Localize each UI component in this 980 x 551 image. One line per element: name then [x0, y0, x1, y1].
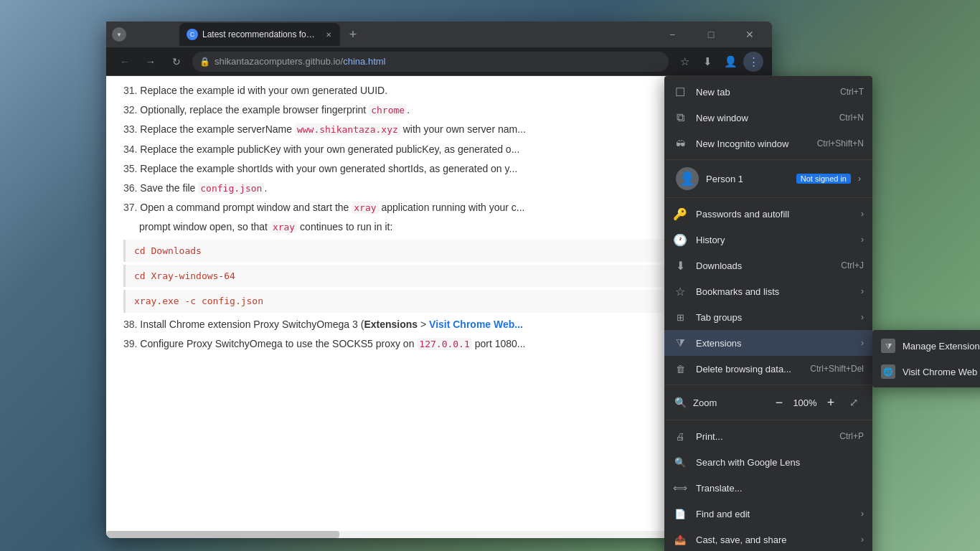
downloads-shortcut: Ctrl+J: [841, 260, 864, 270]
url-text: shikantazacomputers.github.io/china.html: [215, 56, 661, 67]
toolbar-icons: ☆ ⬇ 👤 ⋮: [674, 52, 763, 72]
bookmark-icon[interactable]: ☆: [674, 52, 694, 72]
menu-item-person[interactable]: 👤 Person 1 Not signed in ›: [667, 163, 870, 194]
menu-item-translate[interactable]: ⟺ Translate...: [664, 475, 872, 501]
active-tab[interactable]: C Latest recommendations for Ch ✕: [179, 23, 340, 46]
tab-close-button[interactable]: ✕: [323, 29, 334, 40]
downloads-icon: ⬇: [673, 259, 687, 273]
person-status: Not signed in: [796, 174, 851, 184]
menu-item-delete-browsing[interactable]: 🗑 Delete browsing data... Ctrl+Shift+Del: [664, 356, 872, 382]
menu-item-incognito-label: New Incognito window: [696, 138, 809, 149]
item-38: 38. Install Chrome extension Proxy Switc…: [123, 316, 755, 334]
maximize-button[interactable]: □: [694, 22, 727, 47]
print-icon: 🖨: [673, 431, 687, 442]
menu-item-print[interactable]: 🖨 Print... Ctrl+P: [664, 423, 872, 449]
menu-item-downloads[interactable]: ⬇ Downloads Ctrl+J: [664, 253, 872, 278]
item-36: 36. Save the file config.json.: [123, 179, 755, 197]
menu-item-tab-groups[interactable]: ⊞ Tab groups ›: [664, 304, 872, 330]
delete-shortcut: Ctrl+Shift+Del: [810, 364, 864, 374]
menu-item-history[interactable]: 🕐 History ›: [664, 227, 872, 253]
item-39: 39. Configure Proxy SwitchyOmega to use …: [123, 335, 755, 353]
menu-item-tab-groups-label: Tab groups: [696, 312, 849, 323]
extensions-icon: ⧩: [673, 336, 687, 349]
profile-icon[interactable]: 👤: [720, 52, 740, 72]
download-icon[interactable]: ⬇: [697, 52, 717, 72]
new-window-icon: ⧉: [673, 111, 687, 124]
window-controls: − □ ✕: [656, 22, 766, 47]
menu-item-lens-label: Search with Google Lens: [696, 457, 864, 468]
zoom-label: Zoom: [693, 397, 766, 408]
menu-item-find-edit[interactable]: 📄 Find and edit ›: [664, 501, 872, 527]
item-34: 34. Replace the example publicKey with y…: [123, 141, 755, 159]
menu-item-extensions[interactable]: ⧩ Extensions › ⧩ Manage Extensions 🌐 Vis…: [664, 330, 872, 356]
bookmarks-icon: ☆: [673, 285, 687, 298]
zoom-expand-button[interactable]: ⤢: [844, 392, 864, 413]
ext-item-manage[interactable]: ⧩ Manage Extensions: [872, 333, 980, 359]
menu-item-extensions-label: Extensions: [696, 338, 849, 349]
menu-item-bookmarks[interactable]: ☆ Bookmarks and lists ›: [664, 278, 872, 304]
extensions-arrow-icon: ›: [861, 338, 864, 348]
outer-title-bar: ▼: [106, 22, 171, 47]
item-33: 33. Replace the example serverName www.s…: [123, 121, 755, 138]
menu-item-passwords-label: Passwords and autofill: [696, 209, 849, 220]
minimize-button[interactable]: −: [656, 22, 689, 47]
cmd-2: cd Xray-windows-64: [123, 265, 755, 287]
chrome-menu: ☐ New tab Ctrl+T ⧉ New window Ctrl+N 🕶 N…: [664, 76, 872, 551]
ext-item-store-label: Visit Chrome Web Store: [903, 367, 980, 377]
forward-button[interactable]: →: [141, 52, 161, 72]
person-avatar: 👤: [676, 167, 699, 190]
menu-icon[interactable]: ⋮: [743, 52, 763, 72]
zoom-value: 100%: [792, 397, 818, 408]
menu-item-passwords[interactable]: 🔑 Passwords and autofill ›: [664, 201, 872, 227]
incognito-shortcut: Ctrl+Shift+N: [817, 138, 864, 149]
menu-item-incognito[interactable]: 🕶 New Incognito window Ctrl+Shift+N: [664, 131, 872, 156]
item-35: 35. Replace the example shortIds with yo…: [123, 160, 755, 178]
menu-item-cast-label: Cast, save, and share: [696, 534, 849, 545]
menu-item-search-lens[interactable]: 🔍 Search with Google Lens: [664, 449, 872, 475]
item-31: 31. Replace the example id with your own…: [123, 82, 755, 100]
tab-bar: C Latest recommendations for Ch ✕ +: [112, 22, 653, 47]
menu-item-history-label: History: [696, 235, 849, 245]
tab-history-back[interactable]: ▼: [112, 27, 126, 42]
bookmarks-arrow-icon: ›: [861, 286, 864, 296]
menu-divider-1: [664, 159, 872, 160]
new-tab-button[interactable]: +: [343, 24, 363, 44]
new-tab-icon: ☐: [673, 85, 687, 99]
menu-item-new-tab[interactable]: ☐ New tab Ctrl+T: [664, 79, 872, 105]
zoom-row: 🔍 Zoom − 100% + ⤢: [664, 388, 872, 417]
url-bar[interactable]: 🔒 shikantazacomputers.github.io/china.ht…: [192, 52, 669, 72]
ext-item-store[interactable]: 🌐 Visit Chrome Web Store: [872, 359, 980, 385]
tab-favicon: C: [187, 29, 198, 40]
lock-icon: 🔒: [199, 57, 210, 67]
extensions-submenu: ⧩ Manage Extensions 🌐 Visit Chrome Web S…: [872, 330, 980, 387]
person-arrow-icon: ›: [858, 174, 861, 184]
close-button[interactable]: ✕: [733, 22, 766, 47]
reload-button[interactable]: ↻: [166, 52, 187, 72]
ext-item-manage-label: Manage Extensions: [903, 341, 980, 352]
back-button[interactable]: ←: [115, 52, 135, 72]
lens-icon: 🔍: [673, 457, 687, 468]
zoom-icon: 🔍: [673, 397, 687, 408]
menu-item-new-window-label: New window: [696, 113, 831, 123]
item-37-line1: 37. Open a command prompt window and sta…: [123, 199, 755, 217]
history-arrow-icon: ›: [861, 235, 864, 245]
cmd-3: xray.exe -c config.json: [123, 290, 755, 312]
zoom-out-button[interactable]: −: [769, 392, 789, 413]
incognito-icon: 🕶: [673, 138, 687, 149]
menu-item-new-window[interactable]: ⧉ New window Ctrl+N: [664, 105, 872, 131]
menu-item-find-label: Find and edit: [696, 509, 849, 519]
find-arrow-icon: ›: [861, 509, 864, 519]
zoom-in-button[interactable]: +: [821, 392, 841, 413]
menu-divider-3: [664, 385, 872, 385]
new-tab-shortcut: Ctrl+T: [840, 87, 864, 97]
visit-store-icon: 🌐: [881, 364, 895, 379]
find-icon: 📄: [673, 509, 687, 519]
item-32: 32. Optionally, replace the example brow…: [123, 101, 755, 119]
cast-icon: 📤: [673, 534, 687, 545]
menu-item-delete-label: Delete browsing data...: [696, 364, 801, 375]
menu-item-cast-save[interactable]: 📤 Cast, save, and share ›: [664, 527, 872, 551]
person-name: Person 1: [706, 174, 743, 184]
address-bar: ← → ↻ 🔒 shikantazacomputers.github.io/ch…: [106, 47, 772, 76]
title-bar: C Latest recommendations for Ch ✕ + − □ …: [106, 22, 772, 47]
scrollbar-thumb: [106, 531, 339, 538]
